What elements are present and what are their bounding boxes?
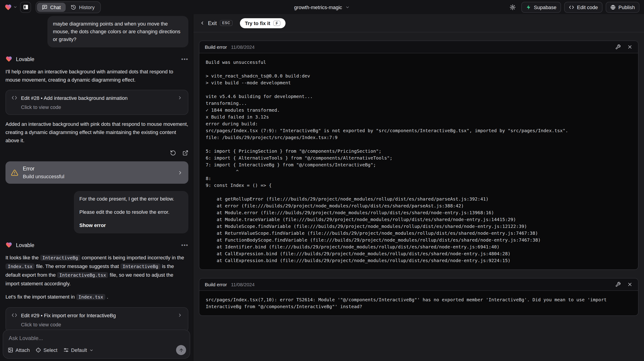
chat-sidebar: maybe diagramming points and when you mo…	[0, 14, 193, 361]
edit-28-card[interactable]: Edit #28 • Add interactive background an…	[6, 90, 188, 115]
edit-card-title: Edit #29 • Fix import error for Interact…	[21, 313, 174, 318]
edit-29-card[interactable]: Edit #29 • Fix import error for Interact…	[6, 307, 188, 332]
close-error-button[interactable]	[627, 282, 632, 287]
close-error-button[interactable]	[627, 44, 632, 50]
build-error-log[interactable]: src/pages/Index.tsx(7,10): error TS2614:…	[206, 296, 632, 310]
external-link-icon	[182, 150, 188, 156]
tab-chat-label: Chat	[50, 4, 61, 10]
error-banner[interactable]: Error Build unsuccessful	[6, 161, 188, 184]
select-button[interactable]: Select	[36, 347, 57, 353]
attach-button[interactable]: Attach	[8, 347, 30, 353]
history-clock-icon	[71, 4, 76, 10]
assistant-name: Lovable	[16, 56, 178, 62]
build-error-log[interactable]: Build was unsuccessful > vite_react_shad…	[206, 59, 632, 264]
build-error-title: Build error	[205, 44, 227, 50]
build-error-date: 11/08/2024	[231, 282, 255, 287]
lovable-heart-logo	[4, 3, 12, 11]
close-icon	[627, 44, 632, 50]
chat-input-container: Ask Lovable... Attach Select	[3, 330, 190, 359]
build-error-card-2: Build error 11/08/2024	[199, 278, 638, 316]
error-banner-title: Error	[23, 166, 173, 171]
edit-card-title: Edit #28 • Add interactive background an…	[21, 95, 174, 100]
arrow-up-icon	[178, 348, 184, 353]
try-to-fix-button[interactable]: Try to fix it F	[240, 18, 286, 28]
tab-history-label: History	[79, 4, 95, 10]
chevron-right-icon	[178, 170, 183, 175]
lovable-logo-menu[interactable]	[4, 3, 17, 11]
assistant-name: Lovable	[16, 242, 178, 248]
error-banner-subtitle: Build unsuccessful	[23, 174, 173, 179]
exit-button[interactable]: Exit ESC	[200, 20, 232, 26]
project-switcher[interactable]: growth-metrics-magic	[294, 4, 350, 10]
supabase-label: Supabase	[534, 4, 556, 10]
lovable-heart-logo	[6, 242, 12, 248]
chevron-right-icon	[178, 95, 182, 100]
chevron-left-icon	[200, 20, 205, 25]
show-error-link[interactable]: Show error	[79, 222, 183, 229]
user-message-text: maybe diagramming points and when you mo…	[53, 20, 183, 43]
edit-card-subtitle: Click to view code	[21, 104, 182, 110]
chevron-right-icon	[178, 313, 182, 318]
more-options-icon[interactable]: •••	[181, 56, 188, 62]
open-preview-button[interactable]	[182, 150, 188, 156]
select-label: Select	[43, 347, 57, 353]
user-message-text: For the code present, I get the error be…	[79, 195, 183, 203]
mode-label: Default	[71, 347, 87, 353]
tab-history[interactable]: History	[66, 2, 100, 12]
build-error-title: Build error	[205, 282, 227, 287]
edit-code-button[interactable]: Edit code	[564, 1, 602, 12]
try-to-fix-label: Try to fix it	[245, 20, 270, 26]
globe-icon	[610, 4, 616, 10]
fix-error-button[interactable]	[615, 282, 621, 287]
user-message-text: Please edit the code to resolve the erro…	[79, 208, 183, 216]
chevron-down-icon	[89, 348, 93, 352]
code-brackets-icon	[12, 95, 17, 101]
tab-chat[interactable]: Chat	[37, 2, 66, 12]
error-panel-header: Exit ESC Try to fix it F	[194, 14, 644, 32]
wrench-icon	[615, 44, 621, 50]
panel-left-icon	[22, 4, 28, 10]
send-button[interactable]	[176, 345, 186, 355]
build-error-date: 11/08/2024	[231, 44, 255, 50]
project-name: growth-metrics-magic	[294, 4, 342, 10]
error-card-list: Build error 11/08/2024	[194, 32, 644, 324]
supabase-button[interactable]: Supabase	[521, 1, 561, 12]
fix-error-button[interactable]	[615, 44, 621, 50]
assistant-header: Lovable •••	[6, 242, 188, 248]
mode-dropdown[interactable]: Default	[64, 347, 94, 353]
chat-input[interactable]: Ask Lovable...	[9, 335, 43, 342]
build-error-card-1: Build error 11/08/2024	[199, 40, 638, 270]
sliders-icon	[64, 347, 69, 353]
app: Chat History growth-metrics-magic	[0, 0, 644, 361]
sidebar-toggle-button[interactable]	[20, 1, 31, 12]
user-message: maybe diagramming points and when you mo…	[48, 16, 188, 47]
esc-kbd: ESC	[220, 20, 232, 26]
topbar: Chat History growth-metrics-magic	[0, 0, 644, 14]
publish-button[interactable]: Publish	[606, 1, 640, 12]
message-square-icon	[42, 4, 48, 10]
wrench-icon	[615, 282, 621, 287]
chat-message-list[interactable]: maybe diagramming points and when you mo…	[0, 14, 193, 361]
assistant-header: Lovable •••	[6, 56, 188, 62]
image-icon	[8, 347, 13, 353]
close-icon	[627, 282, 632, 287]
chevron-down-icon	[345, 5, 350, 9]
user-message: For the code present, I get the error be…	[74, 191, 188, 233]
edit-code-label: Edit code	[577, 4, 598, 10]
code-brackets-icon	[569, 4, 574, 10]
warning-triangle-icon	[11, 169, 18, 176]
settings-button[interactable]	[507, 1, 518, 12]
assistant-message: I'll help create an interactive backgrou…	[6, 67, 188, 84]
fix-kbd: F	[274, 20, 280, 26]
lovable-heart-logo	[6, 56, 12, 62]
more-options-icon[interactable]: •••	[181, 242, 188, 248]
restore-button[interactable]	[170, 150, 176, 156]
target-icon	[36, 347, 41, 353]
error-panel: Exit ESC Try to fix it F Build error 11/…	[193, 14, 644, 361]
assistant-message: It looks like the InteractiveBg componen…	[6, 253, 188, 288]
attach-label: Attach	[16, 347, 30, 353]
message-actions	[6, 150, 188, 156]
publish-label: Publish	[618, 4, 635, 10]
exit-label: Exit	[208, 20, 217, 26]
gear-icon	[509, 4, 516, 10]
